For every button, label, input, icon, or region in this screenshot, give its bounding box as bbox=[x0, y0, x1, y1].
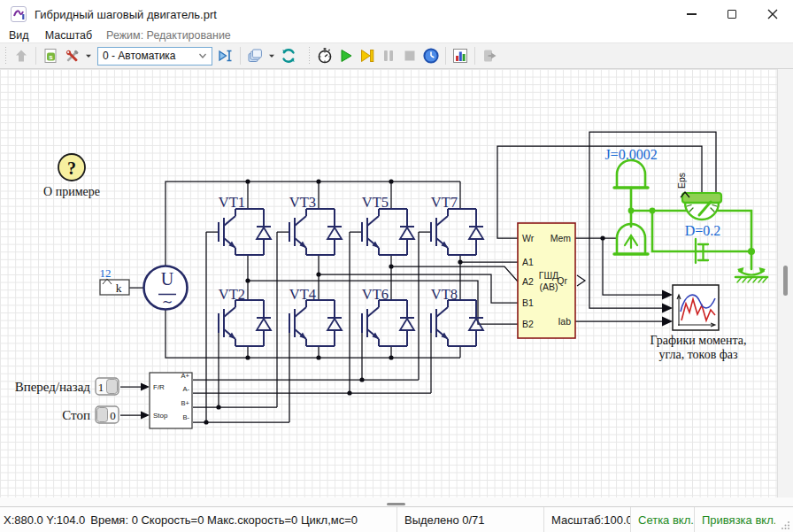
port-b2: B2 bbox=[522, 319, 534, 329]
transistor-vt7[interactable] bbox=[431, 209, 483, 255]
gain-letter: k bbox=[116, 281, 122, 295]
tools-button[interactable] bbox=[61, 45, 82, 66]
transistor-vt2[interactable] bbox=[219, 300, 271, 346]
menu-scale[interactable]: Масштаб bbox=[42, 29, 96, 42]
fwd-toggle[interactable]: 1 bbox=[96, 378, 119, 395]
transistor-vt1[interactable] bbox=[219, 209, 271, 255]
layers-button[interactable] bbox=[244, 45, 266, 66]
step-into-button[interactable] bbox=[215, 45, 236, 66]
horizontal-scrollbar[interactable] bbox=[0, 497, 793, 506]
snap-toggle-status[interactable]: Привязка вкл. bbox=[694, 507, 775, 532]
wires bbox=[120, 132, 716, 422]
simulation-status: Время: 0 Скорость=0 Макс.скорость=0 Цикл… bbox=[90, 513, 358, 527]
label-vt3: VT3 bbox=[289, 194, 316, 211]
help-block[interactable]: ? О примере bbox=[43, 154, 100, 198]
toolbar-separator bbox=[445, 47, 446, 65]
close-button[interactable] bbox=[752, 0, 793, 28]
up-arrow-icon bbox=[13, 48, 29, 64]
timer-button[interactable] bbox=[314, 45, 335, 66]
app-window: Гибридный шаговый двигатель.prt Вид Масш… bbox=[0, 0, 793, 532]
port-fr: F/R bbox=[153, 383, 165, 391]
damper-value-label: D=0.2 bbox=[685, 223, 721, 238]
plots-button[interactable] bbox=[450, 45, 471, 66]
play-icon bbox=[337, 47, 355, 65]
stop-switch-label: Стоп bbox=[62, 408, 90, 422]
grid-toggle-status[interactable]: Сетка вкл. bbox=[630, 507, 694, 532]
menu-bar: Вид Масштаб Режим: Редактирование bbox=[0, 28, 793, 42]
schematic-canvas[interactable]: ? О примере 12 k U ∼ bbox=[0, 69, 793, 497]
step-button[interactable] bbox=[357, 45, 378, 66]
mode-combobox[interactable]: 0 - Автоматика bbox=[97, 47, 212, 66]
inertia-element bbox=[614, 160, 648, 188]
play-to-cursor-icon bbox=[217, 47, 235, 65]
maximize-button[interactable] bbox=[712, 0, 752, 28]
port-stop: Stop bbox=[153, 412, 168, 420]
window-title: Гибридный шаговый двигатель.prt bbox=[35, 8, 217, 21]
label-vt4: VT4 bbox=[289, 286, 316, 303]
label-vt2: VT2 bbox=[219, 286, 245, 303]
vertical-scrollbar-thumb[interactable] bbox=[783, 266, 788, 296]
schematic: ? О примере 12 k U ∼ bbox=[0, 69, 777, 497]
transistor-vt5[interactable] bbox=[362, 209, 414, 255]
combobox-chevron-icon bbox=[198, 50, 207, 62]
stop-button[interactable] bbox=[399, 45, 420, 66]
toolbar-separator bbox=[35, 47, 36, 65]
controller-name: ГШД bbox=[539, 270, 558, 281]
port-iab: Iab bbox=[558, 316, 571, 327]
transistor-vt8[interactable] bbox=[431, 300, 483, 346]
source-symbol: U bbox=[161, 269, 174, 289]
script-button[interactable]: s bbox=[40, 45, 61, 66]
maximize-icon bbox=[728, 10, 736, 19]
refresh-button[interactable] bbox=[278, 45, 299, 66]
gain-block[interactable]: 12 k bbox=[100, 266, 130, 296]
qr-output-marker bbox=[577, 275, 585, 286]
scope-caption-line1: Графики момента, bbox=[651, 334, 747, 347]
inertia-value-label: J=0.0002 bbox=[604, 147, 657, 162]
label-vt5: VT5 bbox=[362, 194, 389, 211]
port-wr: Wr bbox=[522, 233, 535, 243]
layers-icon bbox=[246, 47, 264, 65]
up-level-button[interactable] bbox=[11, 45, 32, 66]
minimize-icon bbox=[687, 13, 697, 14]
export-icon bbox=[481, 47, 498, 65]
title-bar: Гибридный шаговый двигатель.prt bbox=[0, 0, 793, 28]
voltage-source[interactable]: U ∼ bbox=[144, 266, 188, 310]
layers-dropdown-button[interactable] bbox=[266, 45, 278, 66]
gain-value: 12 bbox=[100, 266, 112, 280]
label-vt6: VT6 bbox=[362, 286, 389, 303]
transistor-vt4[interactable] bbox=[289, 300, 342, 346]
bar-chart-icon bbox=[451, 47, 469, 65]
resize-grip[interactable] bbox=[775, 507, 793, 532]
caret-down-icon bbox=[268, 52, 275, 59]
vertical-scrollbar[interactable] bbox=[777, 69, 793, 497]
scope-caption-line2: угла, токов фаз bbox=[658, 348, 738, 361]
export-button[interactable] bbox=[479, 45, 500, 66]
status-bar: X:880.0 Y:104.0 Время: 0 Скорость=0 Макс… bbox=[0, 506, 793, 532]
stopwatch-icon bbox=[316, 47, 334, 65]
combobox-value: 0 - Автоматика bbox=[103, 50, 176, 62]
scope-block[interactable] bbox=[673, 285, 719, 330]
realtime-button[interactable] bbox=[420, 45, 442, 66]
pause-button[interactable] bbox=[378, 45, 399, 66]
selection-count: Выделено 0/71 bbox=[396, 507, 543, 532]
driver-block[interactable]: F/R Stop A+ A- B+ B- bbox=[150, 372, 192, 428]
controller-block[interactable]: Wr A1 A2 B1 B2 Mem Qr Iab ГШД (АВ) bbox=[518, 223, 585, 338]
minimize-button[interactable] bbox=[671, 0, 712, 28]
transistor-vt6[interactable] bbox=[362, 300, 414, 346]
horizontal-scrollbar-thumb[interactable] bbox=[387, 503, 405, 505]
run-button[interactable] bbox=[335, 45, 357, 66]
menu-view[interactable]: Вид bbox=[5, 29, 33, 42]
step-forward-icon bbox=[358, 47, 376, 65]
port-b-minus: B- bbox=[183, 413, 190, 421]
caret-down-icon bbox=[85, 52, 92, 59]
controller-subname: (АВ) bbox=[540, 281, 558, 292]
clock-icon bbox=[422, 47, 440, 65]
tools-dropdown-button[interactable] bbox=[82, 45, 95, 66]
port-a-plus: A+ bbox=[181, 372, 190, 380]
status-left: X:880.0 Y:104.0 Время: 0 Скорость=0 Макс… bbox=[0, 507, 396, 532]
mech-circuit[interactable] bbox=[614, 160, 767, 282]
toolbar-separator bbox=[240, 47, 241, 65]
transistor-vt3[interactable] bbox=[289, 209, 342, 255]
stop-toggle[interactable]: 0 bbox=[96, 406, 119, 423]
port-mem: Mem bbox=[550, 233, 572, 243]
